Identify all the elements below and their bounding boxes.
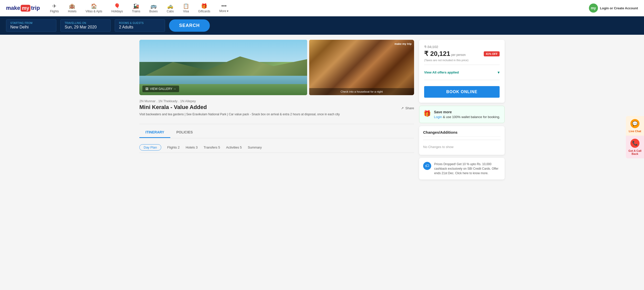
current-price: ₹ 20,121	[424, 50, 450, 57]
avatar: my	[589, 4, 598, 13]
discount-badge: 41% OFF	[484, 51, 500, 56]
filter-day-plan[interactable]: Day Plan	[139, 144, 161, 151]
nav-villas-label: Villas & Apts	[86, 10, 102, 13]
search-bar: STARTING FROM New Delhi TRAVELLING ON Su…	[0, 16, 644, 35]
save-title: Save more	[434, 110, 500, 114]
chevron-down-icon: ▾	[498, 70, 500, 75]
tab-itinerary[interactable]: ITINERARY	[139, 127, 170, 138]
nav-trains-label: Trains	[132, 10, 140, 13]
nav-hotels[interactable]: 🏨 Hotels	[66, 2, 78, 14]
filter-summary[interactable]: Summary	[248, 144, 262, 150]
nav-trains[interactable]: 🚂 Trains	[130, 2, 142, 14]
per-person-label: per person	[451, 53, 466, 57]
holidays-icon: 🎈	[114, 3, 120, 9]
gallery-icon: 🖼	[145, 87, 148, 91]
login-link[interactable]: Login	[434, 115, 442, 119]
package-nights: 2N Munnar . 1N Thekkady . 1N Allepey	[139, 99, 414, 103]
gallery-caption: Check into a houseboat for a night	[309, 88, 414, 95]
promo-icon: 🏷	[423, 162, 431, 170]
chat-icon: 💬	[630, 119, 639, 128]
nav-holidays-label: Holidays	[111, 10, 123, 13]
filter-hotels[interactable]: Hotels 3	[186, 144, 198, 150]
logo[interactable]: make my trip	[6, 5, 40, 12]
package-description: Visit backwaters and tea gardens | See E…	[139, 112, 414, 117]
nav-flights[interactable]: ✈ Flights	[48, 2, 61, 14]
gallery-side-image[interactable]: make my trip Check into a houseboat for …	[309, 40, 414, 95]
nav-buses[interactable]: 🚌 Buses	[147, 2, 159, 14]
nav-giftcards[interactable]: 🎁 Giftcards	[196, 2, 212, 14]
package-details: 2N Munnar . 1N Thekkady . 1N Allepey Min…	[139, 99, 414, 153]
book-online-button[interactable]: BOOK ONLINE	[424, 86, 500, 98]
logo-make: make	[6, 5, 20, 11]
tax-note: (Taxes are not included in this price)	[424, 59, 500, 62]
visa-icon: 📋	[183, 3, 189, 9]
filter-tabs: Day Plan Flights 2 Hotels 3 Transfers 5 …	[139, 142, 414, 153]
live-chat-button[interactable]: 💬 Live Chat	[626, 116, 644, 136]
nav-holidays[interactable]: 🎈 Holidays	[109, 2, 125, 14]
nav-flights-label: Flights	[50, 10, 59, 13]
nav-cabs-label: Cabs	[167, 10, 174, 13]
cabs-icon: 🚕	[167, 3, 173, 9]
hotels-icon: 🏨	[69, 3, 75, 9]
save-description: Login & use 100% wallet balance for book…	[434, 115, 500, 119]
logo-trip: trip	[31, 5, 40, 11]
main-content: 🖼 VIEW GALLERY → make my trip Check into…	[133, 35, 511, 185]
nav-more-label: More ▾	[219, 9, 229, 13]
giftcards-icon: 🎁	[201, 3, 207, 9]
starting-from-value: New Delhi	[10, 25, 52, 29]
nav-giftcards-label: Giftcards	[198, 10, 210, 13]
nav-villas[interactable]: 🏠 Villas & Apts	[84, 2, 104, 14]
promo-text: Prices Dropped! Get 10 % upto Rs. 10,000…	[434, 162, 501, 175]
logo-my: my	[21, 5, 30, 12]
save-card: 🎁 Save more Login & use 100% wallet bala…	[419, 106, 505, 123]
header-right: my Login or Create Account	[589, 4, 638, 13]
left-content: 🖼 VIEW GALLERY → make my trip Check into…	[139, 40, 414, 153]
more-icon: •••	[221, 3, 227, 9]
changes-empty: No Changes to show	[423, 143, 501, 151]
nav-visa-label: Visa	[183, 10, 189, 13]
nav-visa[interactable]: 📋 Visa	[181, 2, 191, 14]
buses-icon: 🚌	[150, 3, 157, 9]
view-gallery-button[interactable]: 🖼 VIEW GALLERY →	[142, 86, 179, 92]
gift-icon: 🎁	[423, 110, 431, 117]
travelling-on-label: TRAVELLING ON	[65, 22, 106, 24]
original-price: ₹ 34,102	[424, 45, 500, 49]
right-sidebar: ₹ 34,102 ₹ 20,121 per person 41% OFF (Ta…	[419, 40, 505, 179]
nav-more[interactable]: ••• More ▾	[217, 2, 231, 14]
filter-transfers[interactable]: Transfers 5	[204, 144, 220, 150]
rooms-guests-field[interactable]: ROOMS & GUESTS 2 Adults	[115, 19, 165, 32]
gallery: 🖼 VIEW GALLERY → make my trip Check into…	[139, 40, 414, 95]
nav-buses-label: Buses	[149, 10, 157, 13]
rooms-guests-label: ROOMS & GUESTS	[119, 22, 161, 24]
offers-link: View All offers applied	[424, 70, 459, 74]
main-nav: ✈ Flights 🏨 Hotels 🏠 Villas & Apts 🎈 Hol…	[48, 2, 581, 14]
gallery-main-image[interactable]: 🖼 VIEW GALLERY →	[139, 40, 307, 95]
trains-icon: 🚂	[133, 3, 139, 9]
header: make my trip ✈ Flights 🏨 Hotels 🏠 Villas…	[0, 0, 644, 16]
rooms-guests-value: 2 Adults	[119, 25, 161, 29]
detail-tabs: ITINERARY POLICIES	[139, 127, 414, 138]
search-button[interactable]: SEARCH	[169, 19, 210, 32]
floating-buttons: 💬 Live Chat 📞 Get A Call Back	[626, 116, 644, 158]
account-button[interactable]: my Login or Create Account	[589, 4, 638, 13]
starting-from-field[interactable]: STARTING FROM New Delhi	[6, 19, 56, 32]
filter-flights[interactable]: Flights 2	[167, 144, 180, 150]
share-button[interactable]: ↗ Share	[401, 106, 414, 110]
nav-cabs[interactable]: 🚕 Cabs	[165, 2, 176, 14]
account-label: Login or Create Account	[600, 6, 638, 10]
promo-card[interactable]: 🏷 Prices Dropped! Get 10 % upto Rs. 10,0…	[419, 158, 505, 179]
get-callback-button[interactable]: 📞 Get A Call Back	[626, 136, 644, 158]
changes-title: Changes/Additions	[423, 130, 501, 137]
mmt-watermark: make my trip	[394, 42, 412, 45]
tab-policies[interactable]: POLICIES	[170, 127, 199, 138]
price-card: ₹ 34,102 ₹ 20,121 per person 41% OFF (Ta…	[419, 40, 505, 103]
filter-activities[interactable]: Activities 5	[226, 144, 242, 150]
offers-row[interactable]: View All offers applied ▾	[424, 68, 500, 77]
travelling-on-value: Sun, 29 Mar 2020	[65, 25, 106, 29]
travelling-on-field[interactable]: TRAVELLING ON Sun, 29 Mar 2020	[60, 19, 111, 32]
package-title: Mini Kerala - Value Added	[139, 104, 207, 111]
changes-card: Changes/Additions No Changes to show	[419, 126, 505, 155]
villas-icon: 🏠	[91, 3, 97, 9]
nav-hotels-label: Hotels	[68, 10, 76, 13]
flights-icon: ✈	[52, 3, 57, 9]
